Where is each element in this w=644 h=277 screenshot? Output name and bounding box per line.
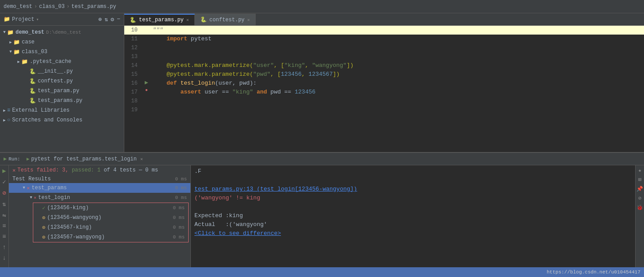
- settings-icon[interactable]: ⚙: [111, 16, 114, 23]
- expand-panel-icon[interactable]: ⊘: [638, 195, 641, 202]
- tree-item-demo_test[interactable]: ▼ 📁 demo_test D:\demo_test: [0, 27, 124, 37]
- test-tree-item-test_login[interactable]: ▼ ✕ test_login 0 ms: [9, 193, 190, 203]
- test-duration: 0 ms: [173, 215, 188, 220]
- tree-path: D:\demo_test: [46, 30, 81, 35]
- tree-item-test_params_py[interactable]: ▶ 🐍 test_params.py: [0, 96, 124, 105]
- test-tree-item-test_params[interactable]: ▼ ✕ test_params 0 ms: [9, 183, 190, 193]
- pin-icon[interactable]: 📌: [636, 186, 643, 192]
- breadcrumb-project[interactable]: demo_test: [4, 4, 32, 10]
- output-line-2: [194, 176, 632, 185]
- expand-arrow: ▶: [2, 108, 7, 113]
- sidebar-title: 📁 Project ▾: [4, 16, 39, 23]
- add-icon[interactable]: ⊕: [99, 16, 102, 23]
- bottom-content: ▶ ✓ ⊘ ⇅ ⇋ ≡ ≡ ↑ ↓ ↗ 🔍 ⚙ ✕ Tests failed: …: [0, 165, 644, 267]
- stop-icon[interactable]: ⊘: [2, 189, 6, 197]
- folder-icon: 📁: [21, 59, 28, 65]
- line-num: 10: [124, 26, 142, 35]
- status-bar: https://blog.csdn.net/u010454417: [0, 267, 644, 277]
- run-label: Run:: [8, 156, 20, 162]
- tree-item-class_03[interactable]: ▼ 📁 class_03: [0, 47, 124, 57]
- right-gutter: ★ ⊞ 📌 ⊘ 🐞: [635, 165, 644, 267]
- py-file-icon: 🐍: [29, 88, 36, 94]
- test-tree-item-case1[interactable]: ▶ ✓ (123456-king) 0 ms: [33, 203, 188, 213]
- expand-arrow: ▼: [8, 50, 13, 54]
- sidebar: 📁 Project ▾ ⊕ ⇅ ⚙ − ▼ 📁 demo_test D:\dem…: [0, 13, 124, 152]
- tab-conftest[interactable]: 🐍 conftest.py ✕: [195, 14, 256, 25]
- line-num: 17: [124, 88, 142, 97]
- tree-label: .pytest_cache: [30, 59, 71, 65]
- tab-close-button[interactable]: ✕: [247, 17, 250, 23]
- breadcrumb-file[interactable]: test_params.py: [71, 4, 116, 10]
- tree-item-scratches[interactable]: ▶ ○ Scratches and Consoles: [0, 115, 124, 125]
- test-duration: 0 ms: [175, 185, 190, 191]
- tree-item-pytest_cache[interactable]: ▶ 📁 .pytest_cache: [0, 57, 124, 66]
- folder-icon: 📁: [13, 39, 20, 46]
- sort-icon[interactable]: ⇅: [2, 200, 6, 208]
- minimize-icon[interactable]: −: [117, 16, 120, 23]
- tree-label: Scratches and Consoles: [12, 117, 82, 123]
- breadcrumb-folder[interactable]: class_03: [39, 4, 65, 10]
- test-duration: 0 ms: [173, 205, 188, 211]
- dropdown-arrow-icon[interactable]: ▾: [36, 17, 39, 22]
- output-link-1[interactable]: test_params.py:13 (test_login[123456-wan…: [194, 185, 632, 194]
- expand-arrow: ▶: [16, 59, 21, 64]
- collapse-icon[interactable]: ⇅: [105, 16, 108, 23]
- sidebar-header: 📁 Project ▾ ⊕ ⇅ ⚙ −: [0, 13, 124, 26]
- up-icon[interactable]: ↑: [2, 244, 6, 251]
- tree-item-test_param_py[interactable]: ▶ 🐍 test_param.py: [0, 86, 124, 96]
- line-num: 15: [124, 70, 142, 79]
- test-tree-item-case4[interactable]: ▶ ⊙ (1234567-wangyong) 0 ms: [33, 232, 188, 242]
- folder-icon: 📁: [7, 29, 14, 36]
- rerun-icon[interactable]: ▶: [2, 167, 6, 175]
- tree-item-conftest_py[interactable]: ▶ 🐍 conftest.py: [0, 76, 124, 86]
- line-num: 19: [124, 105, 142, 114]
- bookmark-icon[interactable]: ★: [638, 167, 641, 174]
- test-tree: ▼ ✕ test_params 0 ms ▼ ✕ test_login 0 ms: [9, 183, 190, 267]
- scratch-icon: ○: [7, 117, 10, 123]
- down-icon[interactable]: ↓: [2, 254, 6, 261]
- output-line-4: [194, 203, 632, 211]
- test-tree-item-case2[interactable]: ▶ ⊙ (123456-wangyong) 0 ms: [33, 213, 188, 222]
- tree-label: External Libraries: [12, 107, 70, 113]
- tree-label: __init__.py: [38, 68, 73, 74]
- tab-run-pytest[interactable]: ▶ pytest for test_params.test_login ✕: [23, 153, 146, 165]
- rerun-failed-icon[interactable]: ✓: [2, 178, 6, 186]
- output-link-diff[interactable]: <Click to see difference>: [194, 229, 632, 238]
- fail-icon: ✕: [27, 185, 30, 191]
- layout-icon[interactable]: ⊞: [638, 176, 641, 183]
- test-item-label: test_params: [32, 185, 67, 191]
- line-content: @pytest.mark.parametrize("user", ["king"…: [151, 61, 644, 70]
- filter-icon[interactable]: ≡: [2, 222, 6, 230]
- filter2-icon[interactable]: ≡: [2, 233, 6, 240]
- project-tree: ▼ 📁 demo_test D:\demo_test ▶ 📁 case ▼ 📁 …: [0, 26, 124, 152]
- run-tab-close[interactable]: ✕: [140, 156, 143, 162]
- code-line-12: 12: [124, 43, 644, 52]
- tree-item-case[interactable]: ▶ 📁 case: [0, 37, 124, 47]
- tree-item-external-libs[interactable]: ▶ ≡ External Libraries: [0, 105, 124, 115]
- line-num: 11: [124, 35, 142, 43]
- breadcrumb-bar: demo_test › class_03 › test_params.py: [0, 0, 644, 13]
- tab-test_params[interactable]: 🐍 test_params.py ✕: [124, 14, 195, 25]
- line-content: def test_login(user, pwd):: [151, 79, 644, 88]
- test-item-label: test_login: [38, 195, 70, 201]
- py-file-icon: 🐍: [29, 68, 36, 75]
- line-content: @pytest.mark.parametrize("pwd", [123456,…: [151, 70, 644, 79]
- pending-icon: ⊙: [42, 224, 45, 231]
- bottom-panel: ▶ Run: ▶ pytest for test_params.test_log…: [0, 152, 644, 267]
- test-item-label: (1234567-king): [47, 224, 92, 230]
- folder-icon: 📁: [13, 49, 20, 55]
- expand-arrow: ▼: [2, 30, 7, 35]
- sort2-icon[interactable]: ⇋: [2, 211, 6, 219]
- test-tree-item-case3[interactable]: ▶ ⊙ (1234567-king) 0 ms: [33, 222, 188, 232]
- debug-icon[interactable]: 🐞: [636, 204, 643, 211]
- line-gutter: ●: [142, 88, 151, 93]
- code-line-11: 11 import pytest: [124, 35, 644, 43]
- status-text: Tests failed: 3, passed: 1 of 4 tests — …: [17, 167, 158, 173]
- tab-close-button[interactable]: ✕: [186, 17, 189, 23]
- tab-label: test_params.py: [139, 17, 184, 23]
- py-file-icon: 🐍: [29, 98, 36, 104]
- code-line-16: 16 ▶ def test_login(user, pwd):: [124, 79, 644, 88]
- py-tab-icon: 🐍: [130, 17, 136, 23]
- code-line-18: 18: [124, 97, 644, 105]
- tree-item-init_py[interactable]: ▶ 🐍 __init__.py: [0, 66, 124, 76]
